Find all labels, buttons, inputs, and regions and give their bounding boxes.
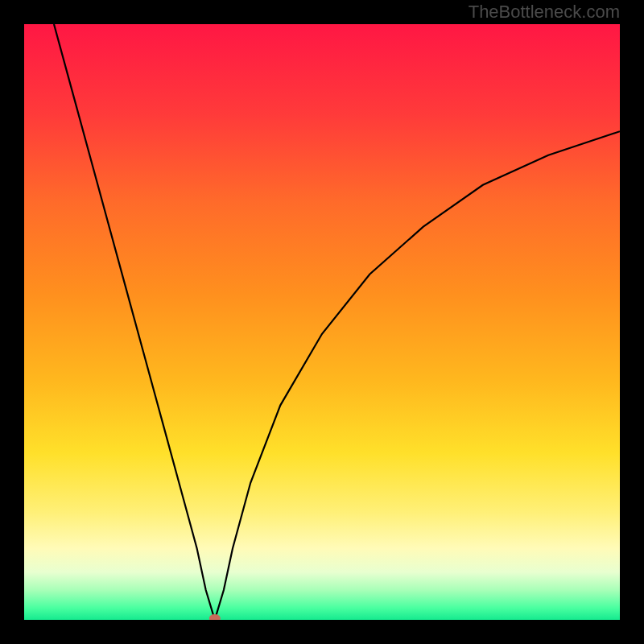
bottleneck-chart bbox=[24, 24, 620, 620]
bottleneck-curve-path bbox=[54, 24, 620, 620]
curve-layer bbox=[24, 24, 620, 620]
optimal-marker bbox=[209, 614, 221, 620]
watermark-label: TheBottleneck.com bbox=[469, 2, 620, 23]
